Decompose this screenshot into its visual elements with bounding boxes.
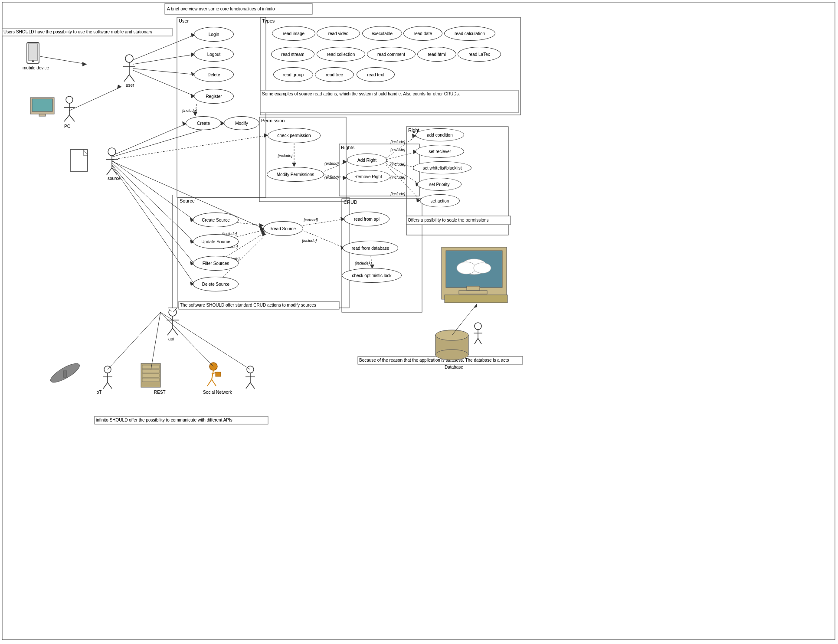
svg-text:source: source [108,176,121,181]
svg-text:Database: Database [445,365,463,369]
svg-text:Users SHOULD have the possibil: Users SHOULD have the possibility to use… [3,29,152,34]
svg-line-58 [167,328,173,335]
svg-text:{extend}: {extend} [324,161,339,166]
read-from-api-ellipse: read from api [344,212,390,226]
svg-rect-25 [358,356,523,364]
svg-line-81 [212,379,216,386]
svg-text:{include}: {include} [390,162,406,167]
svg-line-98 [478,338,481,344]
svg-rect-17 [2,28,172,36]
svg-line-122 [112,124,187,156]
svg-rect-53 [70,150,88,171]
svg-text:{extend}: {extend} [324,175,339,180]
svg-line-136 [112,161,264,229]
svg-marker-110 [117,85,121,89]
svg-text:api: api [168,337,174,341]
set-priority-ellipse: set Priority [417,178,462,191]
svg-point-92 [435,330,468,340]
modify-permissions-ellipse: Modify Permissions [267,167,324,182]
diagram-svg: User Types Permission Rights Right Sourc… [0,0,838,644]
svg-rect-5 [339,144,419,196]
svg-text:{include}: {include} [390,147,406,152]
svg-text:{extend}: {extend} [304,218,318,222]
svg-line-109 [69,87,121,111]
svg-point-33 [66,96,73,103]
svg-line-117 [133,70,195,96]
register-ellipse: Register [194,89,234,104]
svg-rect-1 [165,3,312,14]
svg-line-119 [195,104,196,116]
svg-point-42 [125,55,133,62]
svg-rect-104 [467,286,480,291]
svg-marker-151 [343,160,347,164]
delete-source-ellipse: Delete Source [193,277,239,291]
svg-line-185 [160,312,213,366]
svg-text:{include}: {include} [355,261,370,265]
svg-text:REST: REST [154,390,166,395]
set-whitelist-ellipse: set whitelist\blacklist [413,161,471,174]
read-source-ellipse: Read Source [263,221,303,236]
svg-text:CRUD: CRUD [344,199,357,205]
svg-line-97 [475,338,478,344]
svg-rect-38 [30,98,54,114]
svg-line-51 [107,168,112,175]
svg-line-79 [212,372,218,374]
svg-rect-73 [142,369,159,373]
svg-point-63 [48,360,82,386]
svg-rect-29 [27,42,39,63]
svg-text:Because of the reason that the: Because of the reason that the applicati… [359,358,509,363]
svg-rect-21 [406,216,511,225]
svg-line-159 [386,152,417,160]
svg-line-138 [303,219,345,226]
read-image-ellipse: read image [272,26,315,41]
svg-text:{include}: {include} [390,175,406,180]
svg-text:infinito SHOULD offer the poss: infinito SHOULD offer the possibility to… [96,418,232,422]
read-tree-ellipse: read tree [315,67,354,82]
svg-rect-105 [459,291,487,294]
svg-rect-82 [216,372,221,376]
modify-ellipse: Modify [224,116,259,130]
svg-text:Types: Types [262,18,275,23]
read-html-ellipse: read html [417,47,456,62]
svg-line-87 [246,382,250,389]
svg-rect-90 [435,335,468,355]
svg-line-46 [129,75,134,82]
svg-text:User: User [179,18,189,23]
svg-line-115 [133,69,195,75]
svg-line-126 [112,163,194,242]
svg-text:The software SHOULD offer stan: The software SHOULD offer standard CRUD … [180,303,316,307]
svg-marker-108 [82,62,87,66]
svg-rect-23 [179,301,339,309]
svg-line-186 [160,312,250,369]
svg-line-37 [69,115,75,121]
svg-rect-27 [95,416,268,424]
svg-line-88 [250,382,255,389]
svg-point-48 [108,148,116,156]
create-ellipse: Create [186,116,221,130]
read-date-ellipse: read date [403,26,442,41]
remove-right-ellipse: Remove Right [346,170,390,183]
check-permission-ellipse: check permission [268,128,321,143]
filter-sources-ellipse: Filter Sources [193,256,239,271]
login-ellipse: Login [194,27,234,42]
svg-line-184 [151,312,160,369]
svg-line-52 [112,168,117,175]
svg-point-89 [435,330,468,340]
delete-ellipse: Delete [194,67,234,82]
svg-line-80 [207,379,212,386]
svg-rect-19 [260,90,518,113]
svg-text:{include}: {include} [302,239,317,243]
set-action-ellipse: set action [420,194,460,207]
svg-text:Some examples of source read a: Some examples of source read actions, wh… [262,92,460,96]
svg-point-91 [435,350,468,360]
read-group-ellipse: read group [273,67,313,82]
svg-text:{include}: {include} [390,140,406,144]
svg-rect-106 [445,295,507,303]
svg-rect-74 [142,374,159,377]
svg-marker-60 [168,308,177,312]
read-collection-ellipse: read collection [317,47,365,62]
read-from-db-ellipse: read from database [343,241,398,255]
svg-line-150 [324,162,347,171]
read-text-ellipse: read text [357,67,395,82]
svg-text:Social Network: Social Network [203,390,232,395]
